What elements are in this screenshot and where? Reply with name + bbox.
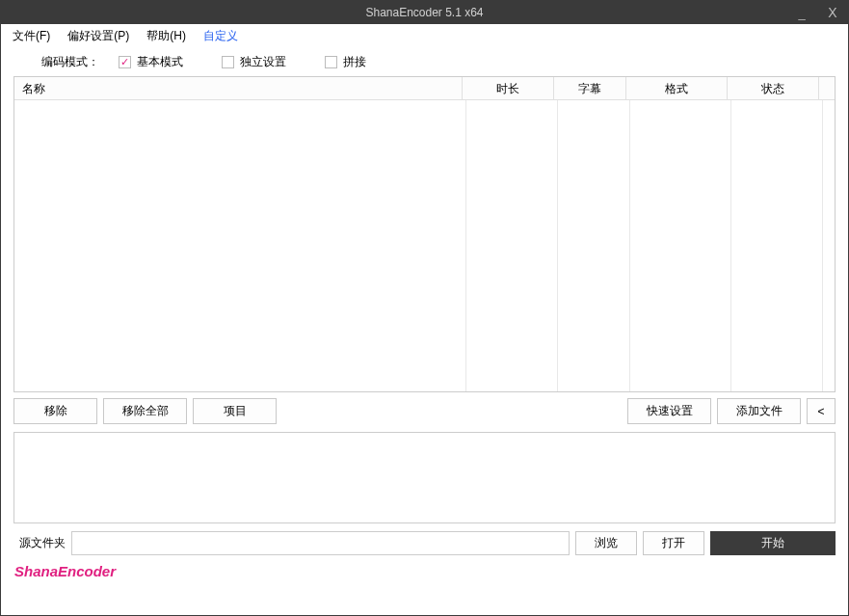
window-title: ShanaEncoder 5.1 x64 [365,6,483,19]
encoding-mode-label: 编码模式： [41,54,99,70]
mode-basic-label: 基本模式 [137,54,183,70]
menu-help[interactable]: 帮助(H) [146,28,186,44]
toggle-panel-button[interactable]: < [807,398,836,424]
table-header: 名称 时长 字幕 格式 状态 [14,77,835,100]
add-file-button[interactable]: 添加文件 [717,398,801,424]
open-button[interactable]: 打开 [643,531,704,555]
mode-independent-label: 独立设置 [240,54,286,70]
remove-button[interactable]: 移除 [13,398,97,424]
output-path-input[interactable] [71,531,570,555]
col-duration[interactable]: 时长 [463,77,554,99]
col-spacer [819,77,835,99]
col-status[interactable]: 状态 [728,77,819,99]
checkbox-icon [222,56,234,68]
browse-button[interactable]: 浏览 [575,531,637,555]
file-table: 名称 时长 字幕 格式 状态 [13,76,836,392]
source-folder-checkbox[interactable]: 源文件夹 [13,535,66,551]
start-button[interactable]: 开始 [710,531,836,555]
encoding-mode-row: 编码模式： ✓ 基本模式 独立设置 拼接 [1,47,848,76]
menu-custom[interactable]: 自定义 [203,28,238,44]
mode-concat-label: 拼接 [343,54,366,70]
check-icon: ✓ [119,56,131,68]
col-subtitle[interactable]: 字幕 [554,77,626,99]
checkbox-icon [325,56,337,68]
output-row: 源文件夹 浏览 打开 开始 [13,531,836,555]
mode-concat-checkbox[interactable]: 拼接 [325,54,366,70]
title-bar: ShanaEncoder 5.1 x64 _ X [1,1,848,24]
remove-all-button[interactable]: 移除全部 [103,398,187,424]
menu-bar: 文件(F) 偏好设置(P) 帮助(H) 自定义 [1,24,848,47]
mode-basic-checkbox[interactable]: ✓ 基本模式 [119,54,183,70]
footer-brand: ShanaEncoder [1,555,848,579]
settings-info-box [13,432,836,523]
table-body[interactable] [14,100,835,391]
close-button[interactable]: X [817,1,848,24]
col-name[interactable]: 名称 [14,77,463,99]
col-format[interactable]: 格式 [626,77,728,99]
mode-independent-checkbox[interactable]: 独立设置 [222,54,286,70]
minimize-button[interactable]: _ [786,1,817,24]
project-button[interactable]: 项目 [193,398,277,424]
menu-file[interactable]: 文件(F) [13,28,50,44]
quick-setup-button[interactable]: 快速设置 [627,398,711,424]
menu-preferences[interactable]: 偏好设置(P) [67,28,129,44]
window-controls: _ X [786,1,848,24]
action-button-row: 移除 移除全部 项目 快速设置 添加文件 < [13,398,836,424]
source-folder-label: 源文件夹 [19,535,66,551]
